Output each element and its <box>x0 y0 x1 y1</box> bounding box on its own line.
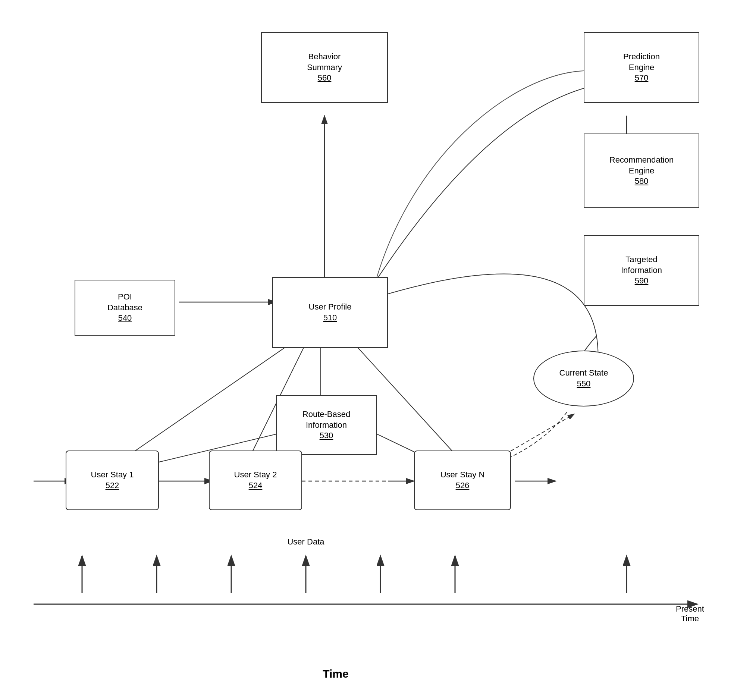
user-profile-box: User Profile 510 <box>272 277 388 348</box>
recommendation-engine-num: 580 <box>635 176 648 187</box>
poi-database-num: 540 <box>118 313 132 324</box>
targeted-information-label: TargetedInformation <box>621 254 662 276</box>
current-state-label: Current State <box>559 368 608 378</box>
recommendation-engine-label: RecommendationEngine <box>609 155 673 176</box>
behavior-summary-label: BehaviorSummary <box>307 52 342 73</box>
prediction-engine-label: PredictionEngine <box>623 52 660 73</box>
user-stay-n-num: 526 <box>456 480 470 491</box>
user-stay-n-box: User Stay N 526 <box>414 450 511 510</box>
user-data-label: User Data <box>269 537 343 547</box>
present-time-label: PresentTime <box>656 604 723 623</box>
current-state-oval: Current State 550 <box>533 350 634 406</box>
route-based-box: Route-BasedInformation 530 <box>276 395 377 455</box>
user-stay-1-box: User Stay 1 522 <box>66 450 159 510</box>
time-label: Time <box>298 667 373 680</box>
behavior-summary-box: BehaviorSummary 560 <box>261 32 388 103</box>
route-based-label: Route-BasedInformation <box>303 409 350 430</box>
poi-database-box: POIDatabase 540 <box>75 280 175 336</box>
poi-database-label: POIDatabase <box>108 292 142 313</box>
user-stay-n-label: User Stay N <box>440 470 485 480</box>
route-based-num: 530 <box>320 430 333 441</box>
current-state-num: 550 <box>577 378 591 389</box>
arrows-svg <box>0 0 756 700</box>
user-stay-2-num: 524 <box>249 480 262 491</box>
behavior-summary-num: 560 <box>318 73 331 84</box>
user-stay-2-box: User Stay 2 524 <box>209 450 302 510</box>
diagram-container: BehaviorSummary 560 PredictionEngine 570… <box>0 0 756 700</box>
user-profile-label: User Profile <box>309 302 352 312</box>
prediction-engine-box: PredictionEngine 570 <box>584 32 699 103</box>
svg-line-15 <box>116 336 302 464</box>
targeted-information-num: 590 <box>635 276 648 286</box>
targeted-information-box: TargetedInformation 590 <box>584 235 699 306</box>
user-stay-1-num: 522 <box>106 480 119 491</box>
user-stay-1-label: User Stay 1 <box>91 470 134 480</box>
user-profile-num: 510 <box>323 312 337 323</box>
prediction-engine-num: 570 <box>635 73 648 84</box>
user-stay-2-label: User Stay 2 <box>234 470 277 480</box>
recommendation-engine-box: RecommendationEngine 580 <box>584 133 699 208</box>
